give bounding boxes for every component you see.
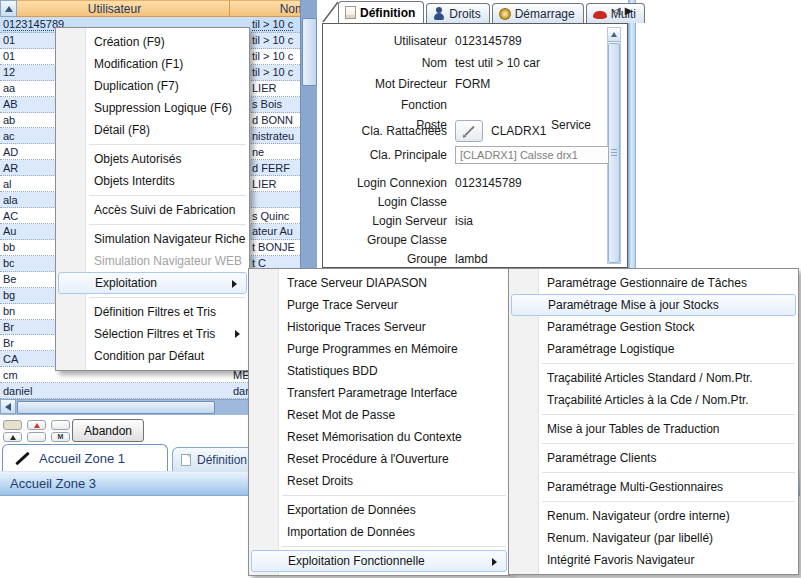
menu-item[interactable]: Reset Mémorisation du Contexte [249,426,509,448]
menu-item[interactable]: Transfert Parametrage Interface [249,382,509,404]
menu-item-label: Importation de Données [287,525,415,539]
menu-item[interactable]: Purge Programmes en Mémoire [249,338,509,360]
column-header-utilisateur[interactable]: Utilisateur [0,1,230,16]
black-up-triangle-icon [10,435,16,440]
menu-separator [89,195,246,196]
menu-item[interactable]: Création (F9) [56,31,249,53]
menu-item[interactable]: Paramétrage Mise à jour Stocks [511,294,796,316]
panel-field: Cla. Principale[CLADRX1] Calsse drx1 [325,148,615,164]
left-arrow-icon [5,403,11,411]
menu-item-label: Paramétrage Logistique [547,342,674,356]
menu-item[interactable]: Renum. Navigateur (ordre interne) [509,505,798,527]
panel-tab-d-marrage[interactable]: Démarrage [492,3,584,23]
panel-field: Groupelambd [325,252,615,268]
field-label: Fonction [325,98,455,114]
menu-item[interactable]: Condition par Défaut [56,345,249,367]
menu-item[interactable]: Paramétrage Gestionnaire de Tâches [509,272,798,294]
toolbar-m-glyph-button[interactable]: M [51,432,70,442]
menu-item[interactable]: Renum. Navigateur (par libellé) [509,527,798,549]
menu-item[interactable]: Sélection Filtres et Tris [56,323,249,345]
menu-separator [542,501,795,502]
menu-item[interactable]: Exploitation Fonctionnelle [251,550,507,572]
menu-item[interactable]: Paramétrage Logistique [509,338,798,360]
toolbar-blank-button[interactable] [27,432,46,442]
tab-label: Accueil Zone 1 [39,451,125,466]
tab-scroll-left-icon[interactable]: ◁ [613,5,621,16]
menu-item-label: Modification (F1) [94,57,183,71]
abandon-button[interactable]: Abandon [72,419,144,442]
menu-separator [542,443,795,444]
menu-item[interactable]: Mise à jour Tables de Traduction [509,418,798,440]
menu-item[interactable]: Purge Trace Serveur [249,294,509,316]
menu-item-label: Création (F9) [94,35,165,49]
window-edge-strip [628,0,636,268]
scroll-left-button[interactable] [0,399,16,414]
menu-item[interactable]: Définition Filtres et Tris [56,301,249,323]
menu-item[interactable]: Traçabilité Articles à la Cde / Nom.Ptr. [509,389,798,411]
field-label: Mot Directeur [325,77,455,93]
context-menu: Création (F9)Modification (F1)Duplicatio… [55,27,250,371]
menu-item[interactable]: Exploitation [58,272,247,294]
menu-item[interactable]: Simulation Navigateur WEB [56,250,249,272]
menu-separator [282,546,506,547]
menu-item[interactable]: Traçabilité Articles Standard / Nom.Ptr. [509,367,798,389]
scroll-up-button[interactable] [0,0,17,17]
field-label: Login Connexion [325,176,455,192]
menu-item[interactable]: Accès Suivi de Fabrication [56,199,249,221]
menu-item-label: Accès Suivi de Fabrication [94,203,235,217]
field-label: Groupe [325,252,455,268]
menu-item[interactable]: Objets Autorisés [56,148,249,170]
field-input[interactable]: [CLADRX1] Calsse drx1 [455,146,609,164]
menu-item-label: Définition Filtres et Tris [94,305,216,319]
pencil-icon [13,449,31,467]
menu-item[interactable]: Objets Interdits [56,170,249,192]
panel-field: Cla. RattachéesCLADRX1 [325,124,615,140]
menu-item[interactable]: Importation de Données [249,521,509,543]
menu-item[interactable]: Intégrité Favoris Navigateur [509,549,798,571]
panel-tab-label: Démarrage [515,7,575,21]
panel-field: Fonction [325,98,615,114]
menu-item[interactable]: Statistiques BDD [249,360,509,382]
toolbar-beige-blank-button[interactable] [3,420,22,430]
red-up-triangle-icon [34,423,40,428]
field-value: isia [455,214,473,230]
menu-item[interactable]: Reset Droits [249,470,509,492]
menu-item[interactable]: Reset Mot de Passe [249,404,509,426]
tab-accueil-zone-1[interactable]: Accueil Zone 1 [2,444,168,471]
toolbar-blank-button[interactable] [51,420,70,430]
tab-scroll-right-icon[interactable]: ▶ [625,5,633,16]
field-label: Cla. Principale [325,148,455,164]
menu-item[interactable]: Exportation de Données [249,499,509,521]
field-label: Cla. Rattachées [325,124,455,140]
menu-item[interactable]: Simulation Navigateur Riche [56,228,249,250]
menu-item[interactable]: Historique Traces Serveur [249,316,509,338]
toolbar-black-up-triangle-button[interactable] [3,432,22,442]
menu-separator [542,472,795,473]
panel-tab-d-finition[interactable]: Définition [338,1,424,23]
menu-item[interactable]: Détail (F8) [56,119,249,141]
menu-item-label: Statistiques BDD [287,364,378,378]
menu-item-label: Exploitation Fonctionnelle [288,554,425,568]
panel-tab-droits[interactable]: Droits [426,3,489,23]
menu-item[interactable]: Paramétrage Clients [509,447,798,469]
toolbar-red-up-triangle-button[interactable] [27,420,46,430]
column-header-nom[interactable]: Nom [230,1,300,16]
menu-item[interactable]: Paramétrage Multi-Gestionnaires [509,476,798,498]
vertical-scrollbar-thumb[interactable] [302,18,317,86]
class-picker-button[interactable] [455,120,483,142]
menu-item-label: Historique Traces Serveur [287,320,426,334]
zone3-label: Accueil Zone 3 [10,476,96,491]
menu-item[interactable]: Suppression Logique (F6) [56,97,249,119]
submenu-arrow-icon [492,558,497,566]
menu-item[interactable]: Duplication (F7) [56,75,249,97]
menu-item-label: Traçabilité Articles Standard / Nom.Ptr. [547,371,753,385]
horizontal-scrollbar-thumb[interactable] [17,401,215,414]
menu-item[interactable]: Trace Serveur DIAPASON [249,272,509,294]
panel-field: Utilisateur0123145789 [325,34,615,50]
menu-item-label: Exploitation [95,276,157,290]
menu-item[interactable]: Modification (F1) [56,53,249,75]
menu-item[interactable]: Paramétrage Gestion Stock [509,316,798,338]
menu-item-label: Condition par Défaut [94,349,204,363]
users-table-header: Utilisateur Nom [0,0,300,17]
menu-item[interactable]: Reset Procédure à l'Ouverture [249,448,509,470]
